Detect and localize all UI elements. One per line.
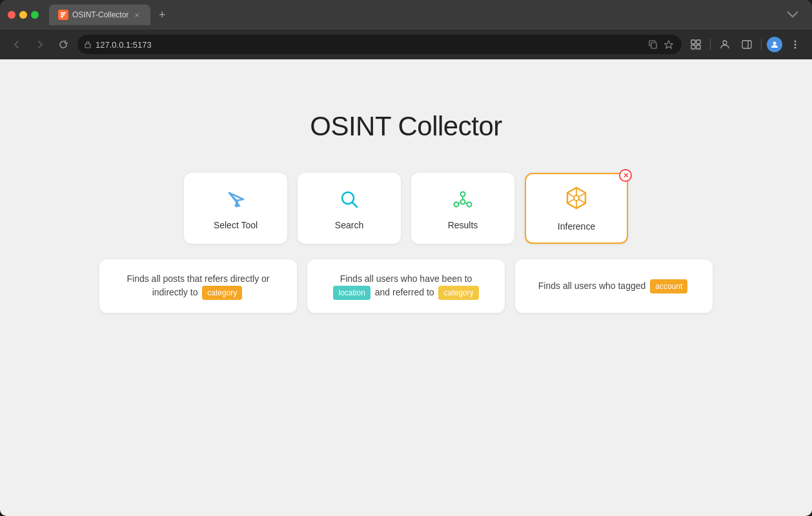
refresh-icon [59, 40, 68, 49]
results-label: Results [448, 220, 478, 230]
forward-icon [36, 40, 45, 49]
search-card[interactable]: Search [298, 173, 401, 244]
back-icon [12, 40, 21, 49]
toolbar-divider [710, 39, 711, 50]
sidebar-svg [742, 39, 752, 50]
svg-rect-1 [85, 44, 90, 48]
posts-info-card: Finds all posts that refers directly or … [99, 259, 297, 313]
menu-icon[interactable] [786, 35, 804, 54]
toolbar-divider-2 [761, 39, 762, 50]
svg-point-12 [773, 42, 776, 45]
svg-line-32 [579, 193, 585, 197]
users-location-text: Finds all users who have been to locatio… [323, 272, 489, 300]
copy-icon[interactable] [647, 38, 660, 51]
inference-card[interactable]: ✕ Inference [525, 173, 628, 244]
title-bar: OSINT-Collector ✕ + [0, 0, 812, 30]
minimize-button[interactable] [19, 11, 27, 19]
svg-point-13 [795, 41, 797, 43]
svg-point-23 [454, 203, 459, 207]
svg-point-30 [574, 195, 579, 201]
info-cards-row: Finds all posts that refers directly or … [99, 259, 713, 313]
url-text: 127.0.0.1:5173 [96, 40, 643, 50]
tab-close-button[interactable]: ✕ [132, 10, 141, 19]
back-button[interactable] [8, 35, 26, 54]
results-icon [450, 186, 476, 212]
refresh-button[interactable] [54, 35, 72, 54]
window-controls-right [785, 10, 804, 19]
extensions-icon[interactable] [687, 35, 705, 54]
svg-rect-2 [651, 43, 656, 48]
users-tagged-text: Finds all users who tagged account [538, 279, 689, 293]
svg-line-33 [579, 199, 585, 203]
account-badge: account [650, 279, 687, 293]
page-content: OSINT Collector Select Tool [0, 59, 812, 516]
svg-rect-7 [696, 45, 700, 49]
profile-svg [720, 39, 730, 50]
new-tab-button[interactable]: + [153, 6, 171, 24]
tab-title: OSINT-Collector [72, 10, 128, 19]
lock-icon [84, 41, 92, 48]
svg-point-15 [795, 47, 797, 49]
users-location-info-card: Finds all users who have been to locatio… [307, 259, 505, 313]
select-tool-icon [223, 186, 249, 212]
profile-manager-icon[interactable] [716, 35, 734, 54]
svg-marker-3 [665, 41, 673, 48]
browser-window: OSINT-Collector ✕ + [0, 0, 812, 516]
svg-point-25 [461, 200, 465, 204]
svg-line-27 [458, 203, 461, 203]
location-badge: location [333, 286, 370, 300]
svg-rect-9 [742, 41, 751, 48]
toolbar-right [687, 35, 804, 54]
svg-rect-4 [691, 40, 695, 44]
category-badge-2: category [438, 286, 478, 300]
svg-point-24 [467, 203, 472, 207]
star-icon[interactable] [662, 38, 675, 51]
toolbar-row: 127.0.0.1:5173 [0, 30, 812, 59]
tab-bar: OSINT-Collector ✕ + [49, 5, 780, 25]
svg-line-36 [567, 193, 574, 197]
copy-svg [649, 40, 658, 49]
user-avatar[interactable] [767, 37, 782, 52]
menu-svg [790, 39, 800, 50]
posts-card-text: Finds all posts that refers directly or … [115, 272, 281, 300]
extensions-svg [691, 39, 701, 50]
category-badge-1: category [202, 286, 242, 300]
svg-line-21 [352, 203, 357, 207]
results-card[interactable]: Results [411, 173, 514, 244]
inference-icon [562, 185, 591, 213]
cards-row: Select Tool Search [184, 173, 628, 244]
svg-rect-6 [691, 45, 695, 49]
app-title: OSINT Collector [310, 111, 502, 142]
address-actions [647, 38, 675, 51]
address-bar[interactable]: 127.0.0.1:5173 [77, 35, 682, 54]
inference-label: Inference [558, 221, 595, 232]
avatar-svg [769, 39, 780, 50]
traffic-lights [8, 11, 39, 19]
select-tool-card[interactable]: Select Tool [184, 173, 287, 244]
close-button[interactable] [8, 11, 15, 19]
search-label: Search [335, 220, 363, 230]
window-dropdown-icon [785, 10, 800, 19]
svg-point-22 [461, 192, 465, 197]
tab-favicon [58, 10, 68, 20]
sidebar-toggle-icon[interactable] [738, 35, 756, 54]
svg-point-14 [795, 44, 797, 46]
star-svg [664, 40, 673, 49]
svg-point-8 [723, 41, 727, 45]
svg-rect-5 [696, 40, 700, 44]
svg-line-35 [567, 199, 574, 203]
users-tagged-info-card: Finds all users who tagged account [515, 259, 713, 313]
inference-close-button[interactable]: ✕ [619, 169, 632, 182]
fullscreen-button[interactable] [31, 11, 39, 19]
search-icon [336, 186, 362, 212]
forward-button[interactable] [31, 35, 49, 54]
active-tab[interactable]: OSINT-Collector ✕ [49, 5, 150, 25]
select-tool-label: Select Tool [214, 220, 258, 230]
